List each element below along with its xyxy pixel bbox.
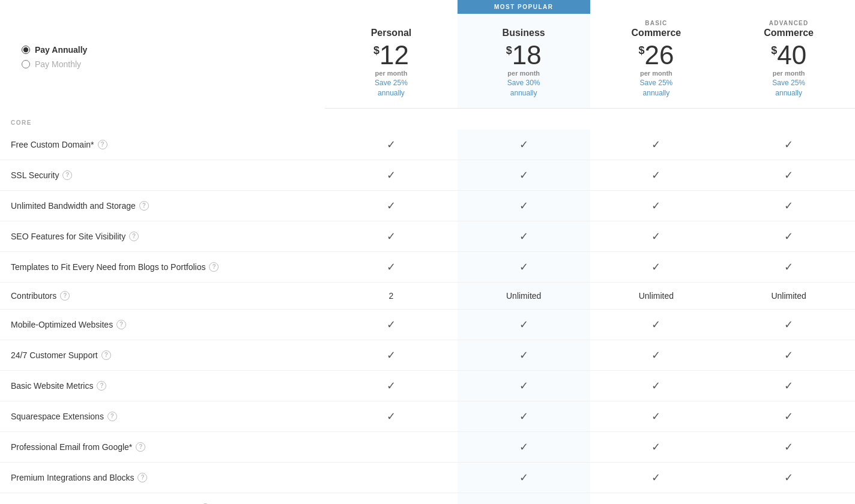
help-icon[interactable]: ? [116, 320, 126, 329]
feature-name: Contributors [11, 291, 56, 301]
feature-row: Contributors?2UnlimitedUnlimitedUnlimite… [0, 282, 855, 309]
pay-monthly-option[interactable]: Pay Monthly [22, 59, 303, 69]
help-icon[interactable]: ? [209, 262, 219, 272]
check-icon [519, 169, 528, 181]
feature-row: SSL Security? [0, 160, 855, 190]
check-icon [651, 261, 660, 273]
feature-name: Basic Website Metrics [11, 381, 93, 391]
feature-name: SEO Features for Site Visibility [11, 232, 125, 241]
check-icon [387, 410, 396, 422]
check-icon [519, 230, 528, 242]
check-icon [651, 230, 660, 242]
check-icon [387, 261, 396, 273]
section-header-core: CORE [0, 108, 855, 130]
plan-header-personal: Personal $ 12 per month Save 25%annually [325, 14, 458, 108]
feature-value: Unlimited [506, 291, 541, 301]
help-icon[interactable]: ? [97, 381, 106, 391]
help-icon[interactable]: ? [107, 412, 117, 421]
feature-name: Free Custom Domain* [11, 140, 94, 149]
check-icon [387, 349, 396, 361]
check-icon [784, 502, 793, 504]
check-icon [784, 319, 793, 331]
check-icon [651, 472, 660, 484]
check-icon [387, 230, 396, 242]
annually-radio[interactable] [22, 46, 30, 54]
check-icon [784, 200, 793, 212]
check-icon [651, 410, 660, 422]
check-icon [387, 169, 396, 181]
check-icon [519, 441, 528, 453]
monthly-radio[interactable] [22, 60, 30, 68]
check-icon [519, 319, 528, 331]
check-icon [651, 139, 660, 151]
plan-header-basic-commerce: BASIC Commerce $ 26 per month Save 25%an… [590, 14, 723, 108]
help-icon[interactable]: ? [62, 170, 72, 180]
check-icon [519, 139, 528, 151]
feature-name: Professional Email from Google* [11, 442, 132, 452]
banner-row: MOST POPULAR [0, 0, 855, 14]
check-icon [519, 200, 528, 212]
check-icon [784, 410, 793, 422]
help-icon[interactable]: ? [101, 350, 111, 360]
most-popular-banner: MOST POPULAR [458, 0, 590, 14]
plan-header-business: Business $ 18 per month Save 30%annually [458, 14, 590, 108]
help-icon[interactable]: ? [139, 201, 149, 211]
feature-row: Squarespace Extensions? [0, 401, 855, 431]
feature-row: Unlimited Bandwidth and Storage? [0, 190, 855, 221]
check-icon [387, 200, 396, 212]
feature-name: SSL Security [11, 170, 59, 180]
check-icon [651, 200, 660, 212]
help-icon[interactable]: ? [136, 442, 145, 452]
check-icon [519, 502, 528, 504]
feature-name: Squarespace Extensions [11, 412, 104, 421]
feature-value: 2 [389, 291, 394, 301]
help-icon[interactable]: ? [137, 473, 147, 482]
check-icon [651, 349, 660, 361]
feature-name: Templates to Fit Every Need from Blogs t… [11, 262, 205, 272]
pay-annually-option[interactable]: Pay Annually [22, 45, 303, 55]
feature-value: Unlimited [771, 291, 806, 301]
check-icon [784, 380, 793, 392]
check-icon [651, 319, 660, 331]
feature-name: Mobile-Optimized Websites [11, 320, 113, 329]
feature-row: SEO Features for Site Visibility? [0, 221, 855, 251]
check-icon [387, 139, 396, 151]
check-icon [387, 380, 396, 392]
check-icon [784, 139, 793, 151]
feature-row: Free Custom Domain*? [0, 130, 855, 160]
header-row: Pay Annually Pay Monthly Personal $ 12 [0, 14, 855, 108]
check-icon [784, 441, 793, 453]
annually-label: Pay Annually [35, 45, 87, 55]
help-icon[interactable]: ? [60, 291, 70, 301]
feature-name: Unlimited Bandwidth and Storage [11, 201, 136, 211]
check-icon [519, 410, 528, 422]
feature-name: Premium Integrations and Blocks [11, 473, 134, 482]
feature-row: Mobile-Optimized Websites? [0, 309, 855, 340]
check-icon [784, 230, 793, 242]
help-icon[interactable]: ? [98, 140, 107, 149]
feature-name: 24/7 Customer Support [11, 350, 98, 360]
check-icon [784, 169, 793, 181]
plan-header-advanced-commerce: ADVANCED Commerce $ 40 per month Save 25… [722, 14, 855, 108]
feature-row: Professional Email from Google*? [0, 431, 855, 462]
check-icon [519, 380, 528, 392]
feature-row: Complete Customization with CSS and Java… [0, 493, 855, 504]
feature-row: Templates to Fit Every Need from Blogs t… [0, 251, 855, 282]
feature-row: Basic Website Metrics? [0, 370, 855, 401]
feature-row: Premium Integrations and Blocks? [0, 462, 855, 493]
feature-value: Unlimited [639, 291, 674, 301]
check-icon [784, 472, 793, 484]
check-icon [651, 169, 660, 181]
check-icon [784, 261, 793, 273]
check-icon [519, 472, 528, 484]
check-icon [519, 349, 528, 361]
check-icon [387, 319, 396, 331]
check-icon [651, 441, 660, 453]
check-icon [519, 261, 528, 273]
check-icon [651, 380, 660, 392]
help-icon[interactable]: ? [129, 232, 139, 241]
monthly-label: Pay Monthly [35, 59, 81, 69]
check-icon [651, 502, 660, 504]
check-icon [784, 349, 793, 361]
feature-row: 24/7 Customer Support? [0, 340, 855, 370]
